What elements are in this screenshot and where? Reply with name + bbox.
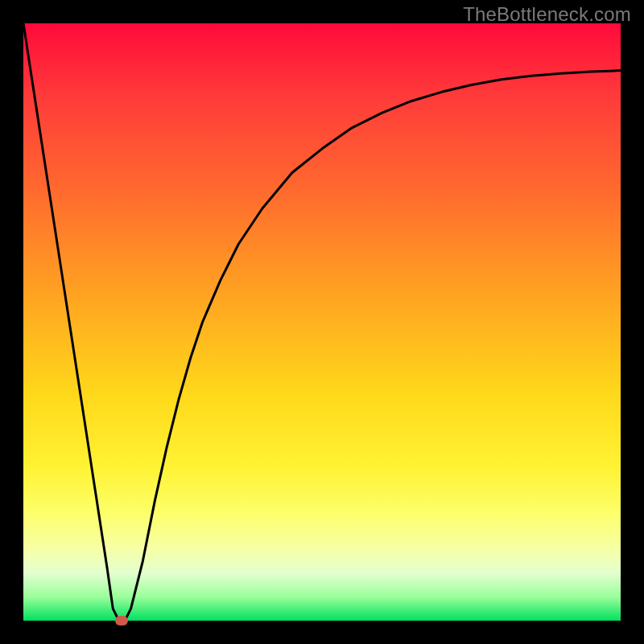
curve-line: [23, 23, 621, 621]
chart-frame: TheBottleneck.com: [0, 0, 644, 644]
minimum-marker: [115, 616, 128, 625]
watermark-text: TheBottleneck.com: [463, 3, 631, 26]
plot-area: [23, 23, 621, 621]
